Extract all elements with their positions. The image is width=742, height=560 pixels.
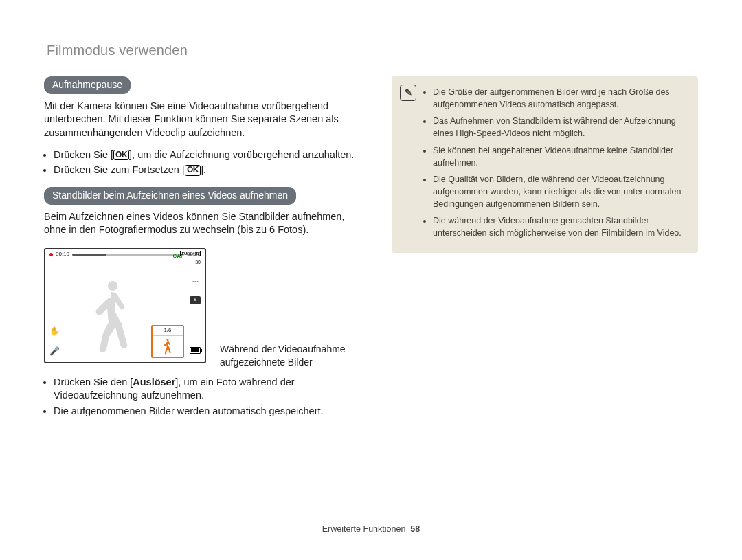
pause-intro: Mit der Kamera können Sie eine Videoaufn… <box>44 100 368 140</box>
hand-icon: ✋ <box>49 326 60 337</box>
camera-right-icons: 〰 ± <box>190 278 201 304</box>
thumbnail-counter: 1/6 <box>153 326 183 336</box>
content-columns: Aufnahmepause Mit der Kamera können Sie … <box>44 76 698 427</box>
pause-bullet-2: Drücken Sie zum Fortsetzen [OK]. <box>54 164 368 177</box>
stills-intro: Beim Aufzeichnen eines Videos können Sie… <box>44 210 368 237</box>
note-item: Sie können bei angehaltener Videoaufnahm… <box>433 144 687 169</box>
note-item: Die Qualität von Bildern, die während de… <box>433 173 687 210</box>
callout-line <box>195 337 257 337</box>
exposure-icon: ± <box>190 296 201 304</box>
stills-bullets: Drücken Sie den [Auslöser], um ein Foto … <box>44 376 368 418</box>
page-title: Filmmodus verwenden <box>47 41 698 60</box>
stills-bullet-2: Die aufgenommenen Bilder werden automati… <box>54 405 368 418</box>
record-dot-icon <box>49 253 53 256</box>
figure-caption: Während der Videoaufnahme aufgezeichnete… <box>220 343 357 369</box>
captured-thumbnail: 1/6 <box>151 325 184 358</box>
fps-indicator: 30 <box>195 259 201 265</box>
note-icon: ✎ <box>400 85 416 101</box>
dancer-silhouette-icon <box>85 278 140 354</box>
resolution-badge: FULL HD <box>180 251 201 256</box>
pause-bullet-1: Drücken Sie [OK], um die Aufzeichnung vo… <box>54 148 368 162</box>
note-item: Das Aufnehmen von Standbildern ist währe… <box>433 115 687 139</box>
page-number: 58 <box>410 524 420 534</box>
heading-pill-pause: Aufnahmepause <box>44 76 131 94</box>
ok-icon: OK <box>113 150 129 161</box>
heading-pill-stills: Standbilder beim Aufzeichnen eines Video… <box>44 187 296 205</box>
battery-icon <box>190 344 201 358</box>
note-box: ✎ Die Größe der aufgenommenen Bilder wir… <box>392 76 698 253</box>
page-footer: Erweiterte Funktionen 58 <box>0 524 742 535</box>
left-column: Aufnahmepause Mit der Kamera können Sie … <box>44 76 368 427</box>
right-column: ✎ Die Größe der aufgenommenen Bilder wir… <box>392 76 698 427</box>
ok-icon: OK <box>185 165 201 176</box>
camera-display: 00:10 00:20 CAF FULL HD 30 〰 ± ✋ 🎤 <box>44 248 206 363</box>
pause-bullets: Drücken Sie [OK], um die Aufzeichnung vo… <box>44 148 368 177</box>
thumbnail-dancer-icon <box>161 338 174 355</box>
stabilizer-icon: 〰 <box>192 278 199 287</box>
footer-section: Erweiterte Funktionen <box>322 524 406 534</box>
mic-icon: 🎤 <box>49 346 60 357</box>
note-item: Die während der Videoaufnahme gemachten … <box>433 214 687 239</box>
record-elapsed: 00:10 <box>56 251 69 258</box>
stills-bullet-1: Drücken Sie den [Auslöser], um ein Foto … <box>54 376 368 403</box>
record-progress-bar <box>72 254 184 256</box>
camera-left-icons: ✋ 🎤 <box>49 326 60 356</box>
note-item: Die Größe der aufgenommenen Bilder wird … <box>433 86 687 111</box>
figure-row: 00:10 00:20 CAF FULL HD 30 〰 ± ✋ 🎤 <box>44 245 368 369</box>
note-list: Die Größe der aufgenommenen Bilder wird … <box>423 85 687 243</box>
shutter-label: Auslöser <box>133 377 175 388</box>
manual-page: Filmmodus verwenden Aufnahmepause Mit de… <box>0 0 742 560</box>
